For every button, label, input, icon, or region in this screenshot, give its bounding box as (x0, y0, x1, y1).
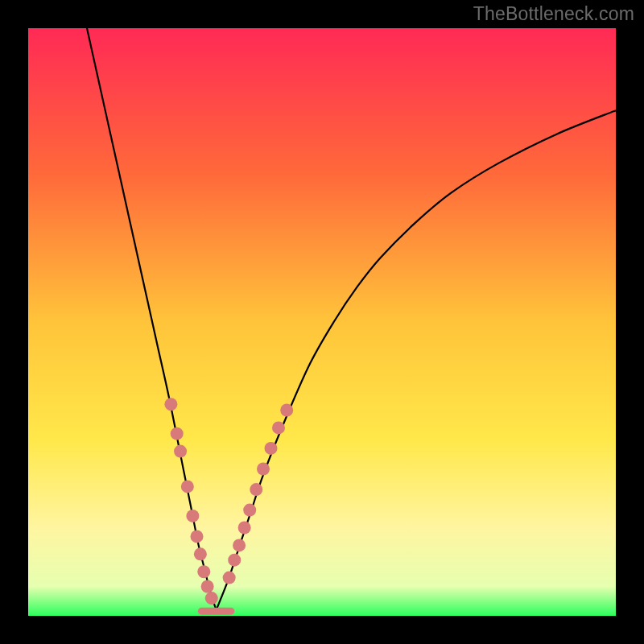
highlight-dot (272, 421, 285, 434)
highlight-dot (186, 510, 199, 522)
watermark-text: TheBottleneck.com (473, 3, 634, 25)
highlight-dot (171, 427, 184, 440)
highlight-dot (243, 504, 256, 517)
highlight-dot (181, 480, 194, 493)
highlight-dot (250, 483, 262, 496)
highlight-dot (238, 522, 251, 535)
highlight-dot (164, 398, 177, 411)
highlight-dot (194, 547, 207, 560)
highlight-dot (264, 442, 277, 455)
highlight-dot (280, 404, 293, 417)
gradient-panel (28, 28, 616, 616)
highlight-dot (197, 565, 210, 578)
highlight-dot (223, 572, 236, 584)
highlight-dot (201, 580, 214, 593)
bottleneck-chart (0, 0, 644, 644)
highlight-dot (228, 554, 241, 567)
highlight-dot (191, 530, 204, 543)
highlight-dot (205, 592, 218, 605)
highlight-dot (174, 445, 187, 458)
highlight-dot (257, 463, 270, 476)
highlight-dot (233, 539, 246, 551)
